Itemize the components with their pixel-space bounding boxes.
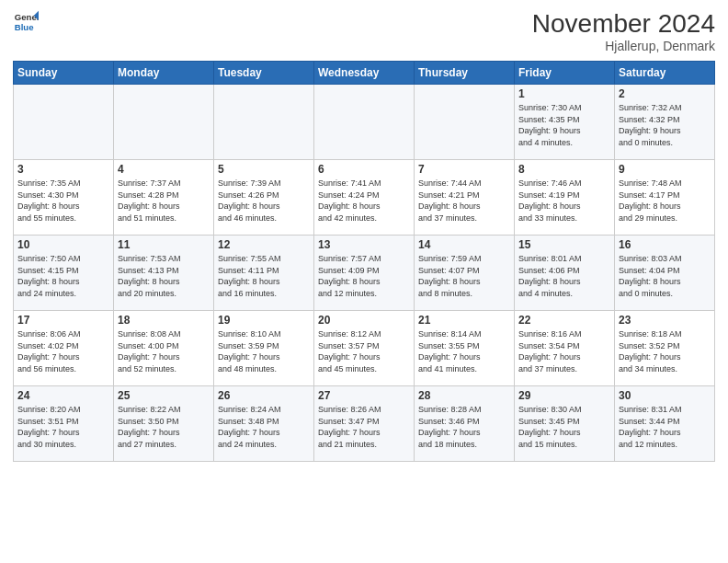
day-number: 12: [218, 238, 310, 251]
col-sunday: Sunday: [14, 62, 114, 85]
logo-icon: General Blue: [13, 9, 39, 35]
day-info: Sunrise: 7:53 AM Sunset: 4:13 PM Dayligh…: [118, 253, 210, 299]
main-container: General Blue November 2024 Hjallerup, De…: [0, 0, 728, 467]
calendar-cell: [314, 85, 415, 160]
calendar-cell: 20Sunrise: 8:12 AM Sunset: 3:57 PM Dayli…: [314, 311, 415, 386]
calendar-cell: 1Sunrise: 7:30 AM Sunset: 4:35 PM Daylig…: [515, 85, 615, 160]
day-number: 15: [518, 238, 610, 251]
calendar-table: Sunday Monday Tuesday Wednesday Thursday…: [13, 61, 715, 462]
calendar-cell: 2Sunrise: 7:32 AM Sunset: 4:32 PM Daylig…: [615, 85, 715, 160]
day-number: 5: [218, 163, 310, 176]
calendar-cell: [114, 85, 214, 160]
day-number: 25: [118, 389, 210, 402]
day-info: Sunrise: 7:37 AM Sunset: 4:28 PM Dayligh…: [118, 178, 210, 224]
day-info: Sunrise: 8:16 AM Sunset: 3:54 PM Dayligh…: [518, 328, 610, 374]
calendar-cell: 24Sunrise: 8:20 AM Sunset: 3:51 PM Dayli…: [14, 386, 114, 462]
day-number: 19: [218, 314, 310, 327]
day-number: 3: [17, 163, 109, 176]
col-friday: Friday: [515, 62, 615, 85]
calendar-cell: 19Sunrise: 8:10 AM Sunset: 3:59 PM Dayli…: [214, 311, 314, 386]
day-info: Sunrise: 8:28 AM Sunset: 3:46 PM Dayligh…: [418, 404, 510, 450]
day-number: 18: [118, 314, 210, 327]
calendar-cell: 14Sunrise: 7:59 AM Sunset: 4:07 PM Dayli…: [415, 236, 515, 311]
day-number: 21: [418, 314, 510, 327]
day-number: 6: [318, 163, 410, 176]
day-info: Sunrise: 7:48 AM Sunset: 4:17 PM Dayligh…: [619, 178, 711, 224]
day-number: 27: [318, 389, 410, 402]
day-info: Sunrise: 8:01 AM Sunset: 4:06 PM Dayligh…: [518, 253, 610, 299]
calendar-cell: 3Sunrise: 7:35 AM Sunset: 4:30 PM Daylig…: [14, 160, 114, 236]
calendar-cell: 30Sunrise: 8:31 AM Sunset: 3:44 PM Dayli…: [615, 386, 715, 462]
day-info: Sunrise: 8:31 AM Sunset: 3:44 PM Dayligh…: [619, 404, 711, 450]
day-number: 17: [17, 314, 109, 327]
day-info: Sunrise: 8:20 AM Sunset: 3:51 PM Dayligh…: [17, 404, 109, 450]
col-saturday: Saturday: [615, 62, 715, 85]
day-number: 20: [318, 314, 410, 327]
day-info: Sunrise: 8:24 AM Sunset: 3:48 PM Dayligh…: [218, 404, 310, 450]
day-info: Sunrise: 8:10 AM Sunset: 3:59 PM Dayligh…: [218, 328, 310, 374]
calendar-cell: 5Sunrise: 7:39 AM Sunset: 4:26 PM Daylig…: [214, 160, 314, 236]
day-number: 13: [318, 238, 410, 251]
day-number: 11: [118, 238, 210, 251]
day-info: Sunrise: 8:12 AM Sunset: 3:57 PM Dayligh…: [318, 328, 410, 374]
day-info: Sunrise: 8:14 AM Sunset: 3:55 PM Dayligh…: [418, 328, 510, 374]
day-info: Sunrise: 7:30 AM Sunset: 4:35 PM Dayligh…: [518, 102, 610, 148]
day-info: Sunrise: 7:39 AM Sunset: 4:26 PM Dayligh…: [218, 178, 310, 224]
month-title: November 2024: [532, 9, 715, 39]
day-info: Sunrise: 7:41 AM Sunset: 4:24 PM Dayligh…: [318, 178, 410, 224]
day-info: Sunrise: 8:03 AM Sunset: 4:04 PM Dayligh…: [619, 253, 711, 299]
day-number: 8: [518, 163, 610, 176]
calendar-cell: [214, 85, 314, 160]
calendar-cell: 26Sunrise: 8:24 AM Sunset: 3:48 PM Dayli…: [214, 386, 314, 462]
logo: General Blue: [13, 9, 39, 35]
calendar-cell: 27Sunrise: 8:26 AM Sunset: 3:47 PM Dayli…: [314, 386, 415, 462]
day-number: 28: [418, 389, 510, 402]
day-number: 30: [619, 389, 711, 402]
svg-text:Blue: Blue: [15, 22, 34, 32]
col-wednesday: Wednesday: [314, 62, 415, 85]
header-row: Sunday Monday Tuesday Wednesday Thursday…: [14, 62, 715, 85]
day-number: 10: [17, 238, 109, 251]
day-info: Sunrise: 8:18 AM Sunset: 3:52 PM Dayligh…: [619, 328, 711, 374]
calendar-cell: 9Sunrise: 7:48 AM Sunset: 4:17 PM Daylig…: [615, 160, 715, 236]
day-info: Sunrise: 7:32 AM Sunset: 4:32 PM Dayligh…: [619, 102, 711, 148]
day-number: 23: [619, 314, 711, 327]
day-number: 2: [619, 87, 711, 100]
day-info: Sunrise: 7:46 AM Sunset: 4:19 PM Dayligh…: [518, 178, 610, 224]
calendar-cell: 8Sunrise: 7:46 AM Sunset: 4:19 PM Daylig…: [515, 160, 615, 236]
day-number: 1: [518, 87, 610, 100]
col-monday: Monday: [114, 62, 214, 85]
day-info: Sunrise: 7:57 AM Sunset: 4:09 PM Dayligh…: [318, 253, 410, 299]
calendar-cell: 22Sunrise: 8:16 AM Sunset: 3:54 PM Dayli…: [515, 311, 615, 386]
day-info: Sunrise: 8:06 AM Sunset: 4:02 PM Dayligh…: [17, 328, 109, 374]
day-info: Sunrise: 8:08 AM Sunset: 4:00 PM Dayligh…: [118, 328, 210, 374]
day-info: Sunrise: 8:30 AM Sunset: 3:45 PM Dayligh…: [518, 404, 610, 450]
calendar-week-2: 3Sunrise: 7:35 AM Sunset: 4:30 PM Daylig…: [14, 160, 715, 236]
calendar-cell: 18Sunrise: 8:08 AM Sunset: 4:00 PM Dayli…: [114, 311, 214, 386]
calendar-cell: 6Sunrise: 7:41 AM Sunset: 4:24 PM Daylig…: [314, 160, 415, 236]
day-info: Sunrise: 7:44 AM Sunset: 4:21 PM Dayligh…: [418, 178, 510, 224]
day-number: 29: [518, 389, 610, 402]
svg-text:General: General: [15, 12, 39, 22]
day-number: 16: [619, 238, 711, 251]
day-number: 22: [518, 314, 610, 327]
location: Hjallerup, Denmark: [532, 39, 715, 53]
calendar-week-1: 1Sunrise: 7:30 AM Sunset: 4:35 PM Daylig…: [14, 85, 715, 160]
day-info: Sunrise: 7:55 AM Sunset: 4:11 PM Dayligh…: [218, 253, 310, 299]
day-number: 24: [17, 389, 109, 402]
day-info: Sunrise: 7:59 AM Sunset: 4:07 PM Dayligh…: [418, 253, 510, 299]
calendar-cell: 7Sunrise: 7:44 AM Sunset: 4:21 PM Daylig…: [415, 160, 515, 236]
calendar-cell: [14, 85, 114, 160]
day-info: Sunrise: 7:35 AM Sunset: 4:30 PM Dayligh…: [17, 178, 109, 224]
calendar-cell: 17Sunrise: 8:06 AM Sunset: 4:02 PM Dayli…: [14, 311, 114, 386]
calendar-cell: 29Sunrise: 8:30 AM Sunset: 3:45 PM Dayli…: [515, 386, 615, 462]
calendar-cell: 25Sunrise: 8:22 AM Sunset: 3:50 PM Dayli…: [114, 386, 214, 462]
calendar-cell: [415, 85, 515, 160]
day-number: 9: [619, 163, 711, 176]
calendar-cell: 4Sunrise: 7:37 AM Sunset: 4:28 PM Daylig…: [114, 160, 214, 236]
calendar-week-5: 24Sunrise: 8:20 AM Sunset: 3:51 PM Dayli…: [14, 386, 715, 462]
day-info: Sunrise: 8:26 AM Sunset: 3:47 PM Dayligh…: [318, 404, 410, 450]
calendar-cell: 13Sunrise: 7:57 AM Sunset: 4:09 PM Dayli…: [314, 236, 415, 311]
calendar-cell: 21Sunrise: 8:14 AM Sunset: 3:55 PM Dayli…: [415, 311, 515, 386]
day-info: Sunrise: 8:22 AM Sunset: 3:50 PM Dayligh…: [118, 404, 210, 450]
